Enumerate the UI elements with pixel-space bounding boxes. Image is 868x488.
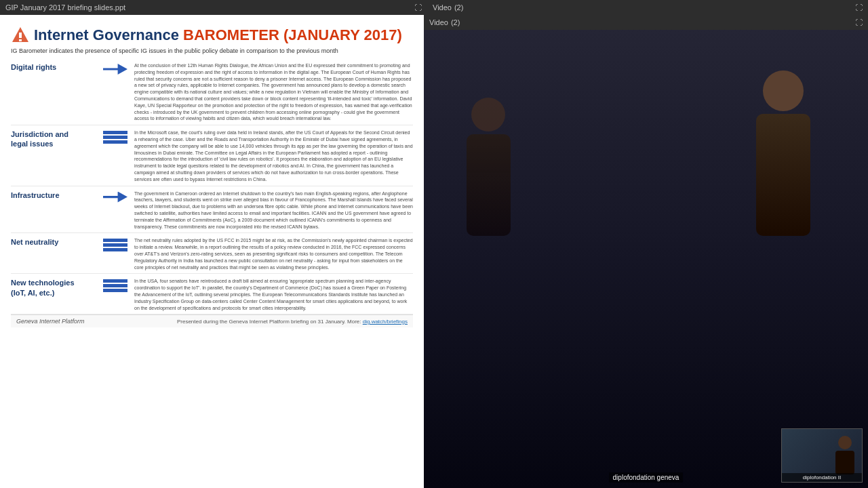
bars-icon-jurisdiction — [103, 131, 127, 144]
video-header-count: (2) — [451, 18, 460, 26]
main-content: Internet Governance BAROMETER (JANUARY 2… — [0, 15, 868, 488]
gip-logo: Geneva Internet Platform — [16, 318, 85, 325]
slide-row-label-new-tech: New technologies(IoT, AI, etc.) — [11, 278, 99, 298]
footer-link[interactable]: dig.watch/briefings — [363, 319, 408, 325]
svg-rect-2 — [19, 39, 22, 41]
slide-subtitle: IG Barometer indicates the presence of s… — [11, 47, 413, 54]
slide-row-text-net-neutrality: The net neutrality rules adopted by the … — [134, 237, 413, 270]
video-header: Video (2) ⛶ — [424, 15, 868, 30]
slide-row-icon-jurisdiction — [103, 129, 130, 144]
slide-view: Internet Governance BAROMETER (JANUARY 2… — [0, 15, 424, 488]
slide-row-text-jurisdiction: In the Microsoft case, the court's rulin… — [134, 129, 413, 182]
slide-row-icon-infrastructure — [103, 190, 130, 203]
fullscreen-icon-right[interactable]: ⛶ — [855, 3, 863, 12]
slide-row-digital-rights: Digital rights At the conclusion of thei… — [11, 60, 413, 125]
slide-row-label-jurisdiction: Jurisdiction andlegal issues — [11, 129, 99, 149]
video-main-label: diplofondation geneva — [609, 472, 684, 483]
video-panel: Video (2) ⛶ diplofondation g — [424, 15, 868, 488]
slide-row-text-infrastructure: The government in Cameroon ordered an In… — [134, 190, 413, 230]
video-area[interactable]: diplofondation geneva diplofondation II — [424, 30, 868, 488]
slides-panel: Internet Governance BAROMETER (JANUARY 2… — [0, 15, 424, 488]
video-count: (2) — [454, 3, 463, 12]
arrow-up-icon — [103, 64, 127, 75]
video-thumb-label: diplofondation II — [782, 473, 862, 482]
top-bar-right: Video (2) ⛶ — [427, 3, 868, 12]
slide-row-net-neutrality: Net neutrality The net neutrality rules … — [11, 235, 413, 274]
slide-row-infrastructure: Infrastructure The government in Cameroo… — [11, 188, 413, 234]
slide-row-label-digital-rights: Digital rights — [11, 62, 99, 72]
slide-row-label-net-neutrality: Net neutrality — [11, 237, 99, 247]
fullscreen-icon-left[interactable]: ⛶ — [414, 3, 422, 12]
footer-text: Presented during the Geneva Internet Pla… — [177, 319, 408, 325]
slide-title: GIP January 2017 briefing slides.ppt — [5, 3, 125, 12]
slide-row-icon-new-tech — [103, 278, 130, 292]
svg-rect-1 — [19, 33, 22, 38]
video-header-label: Video — [429, 18, 448, 26]
slide-row-jurisdiction: Jurisdiction andlegal issues In the Micr… — [11, 127, 413, 186]
slide-main-title: Internet Governance BAROMETER (JANUARY 2… — [34, 26, 402, 43]
slide-row-new-technologies: New technologies(IoT, AI, etc.) In the U… — [11, 275, 413, 314]
arrow-up-icon-2 — [103, 192, 127, 203]
slide-row-icon-net-neutrality — [103, 237, 130, 251]
slide-row-text-digital-rights: At the conclusion of their 12th Human Ri… — [134, 62, 413, 122]
top-bar-left: GIP January 2017 briefing slides.ppt ⛶ — [0, 3, 427, 12]
video-main-frame — [424, 30, 868, 488]
slide-row-label-infrastructure: Infrastructure — [11, 190, 99, 200]
video-thumbnail: diplofondation II — [781, 428, 863, 483]
video-label: Video — [433, 3, 452, 12]
slide-row-icon-digital-rights — [103, 62, 130, 75]
video-fullscreen-icon[interactable]: ⛶ — [855, 18, 863, 26]
top-bar: GIP January 2017 briefing slides.ppt ⛶ V… — [0, 0, 868, 15]
bars-icon-new-tech — [103, 279, 127, 292]
bars-icon-net-neutrality — [103, 239, 127, 251]
slide-title-area: Internet Governance BAROMETER (JANUARY 2… — [11, 26, 413, 45]
slide-footer: Geneva Internet Platform Presented durin… — [11, 314, 413, 327]
slide-rows: Digital rights At the conclusion of thei… — [11, 60, 413, 314]
slide-row-text-new-tech: In the USA, four senators have reintrodu… — [134, 278, 413, 311]
